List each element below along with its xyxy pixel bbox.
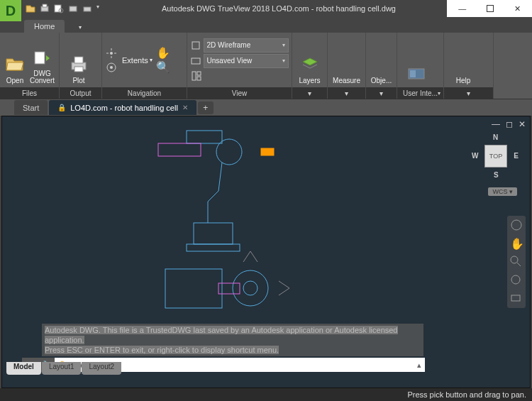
ribbon-tab-home[interactable]: Home (24, 20, 65, 33)
svg-rect-8 (74, 57, 83, 63)
panel-title-output[interactable]: Output (60, 87, 101, 99)
open-button[interactable]: Open (3, 35, 27, 86)
qat-open-icon[interactable] (26, 4, 35, 13)
ribbon-tabs: Home (0, 17, 532, 33)
svg-point-31 (233, 270, 268, 306)
pan-icon[interactable] (105, 47, 118, 60)
qat-print-icon[interactable] (82, 4, 92, 13)
panel-title-object[interactable]: ▾ (366, 87, 397, 99)
svg-point-32 (243, 281, 257, 295)
plot-button[interactable]: Plot (62, 35, 95, 86)
wcs-label[interactable]: WCS ▾ (488, 187, 517, 196)
svg-rect-16 (197, 72, 201, 75)
svg-rect-19 (410, 70, 416, 77)
svg-point-26 (216, 139, 242, 165)
nav-showmotion-icon[interactable] (510, 292, 523, 305)
maximize-button[interactable] (487, 5, 494, 12)
qat-dropdown-icon[interactable]: ▾ (96, 4, 106, 13)
svg-rect-15 (192, 72, 196, 80)
svg-rect-6 (35, 52, 45, 64)
lock-icon: 🔒 (57, 104, 66, 111)
orbit-icon[interactable] (105, 61, 118, 74)
drawing-content (151, 123, 364, 322)
ribbon-tab-flyout[interactable] (66, 20, 92, 33)
svg-rect-27 (194, 223, 233, 244)
svg-rect-14 (192, 58, 200, 64)
nav-zoom-icon[interactable] (510, 256, 523, 268)
viewcube[interactable]: N S E W TOP (475, 135, 517, 177)
panel-title-measure[interactable]: ▾ (328, 87, 365, 99)
status-bar: Press pick button and drag to pan. (0, 388, 532, 401)
visual-style-value: 2D Wireframe (207, 41, 251, 49)
minimize-button[interactable]: — (458, 4, 466, 13)
zoom-icon[interactable]: 🔍 (157, 61, 170, 74)
ribbon: Open DWG Convert Files Plot Output Exten… (0, 33, 532, 99)
command-history: Autodesk DWG. This file is a TrustedDWG … (42, 324, 423, 356)
named-view-value: Unsaved View (207, 57, 253, 65)
qat-preview-icon[interactable] (54, 4, 64, 13)
close-button[interactable]: ✕ (514, 4, 521, 13)
viewcube-w[interactable]: W (472, 152, 478, 160)
object-label: Obje... (371, 77, 392, 84)
extents-label: Extents (122, 56, 148, 65)
panel-title-help[interactable]: ▾ (444, 87, 493, 99)
printer-icon (69, 54, 89, 74)
layout-tab-1[interactable]: Layout1 (42, 362, 82, 375)
visual-style-combo[interactable]: 2D Wireframe (204, 38, 289, 53)
panel-title-view[interactable]: View (187, 87, 292, 99)
nav-bar: ✋ (507, 216, 526, 308)
svg-rect-25 (158, 143, 201, 156)
dwg-convert-button[interactable]: DWG Convert (28, 35, 56, 86)
history-line-2: Press ESC or ENTER to exit, or right-cli… (45, 346, 279, 354)
viewcube-s[interactable]: S (494, 171, 499, 179)
tab-file[interactable]: 🔒 LO4D.com - robot handling cell ✕ (49, 100, 196, 115)
vp-maximize-icon[interactable]: ◻ (506, 119, 513, 129)
file-tabs: Start 🔒 LO4D.com - robot handling cell ✕… (0, 99, 532, 116)
help-button[interactable]: Help (447, 35, 480, 86)
vp-minimize-icon[interactable]: — (492, 119, 500, 129)
panel-title-navigation: Navigation (102, 87, 187, 99)
named-view-icon (190, 55, 202, 67)
viewcube-e[interactable]: E (514, 152, 519, 160)
viewcube-top[interactable]: TOP (484, 145, 507, 167)
qat-plot-icon[interactable] (40, 4, 50, 13)
tab-start[interactable]: Start (14, 100, 48, 115)
panel-title-ui[interactable]: User Inte...▾ (397, 87, 443, 99)
command-dropdown-icon[interactable]: ▴ (414, 361, 425, 370)
nav-orbit-icon[interactable] (510, 274, 523, 287)
viewcube-n[interactable]: N (493, 133, 498, 141)
svg-rect-29 (261, 148, 274, 155)
svg-point-20 (511, 220, 521, 230)
qat-publish-icon[interactable] (68, 4, 78, 13)
plot-label: Plot (72, 77, 84, 84)
layout-tab-model[interactable]: Model (6, 362, 41, 375)
app-logo[interactable]: D (0, 0, 21, 21)
svg-rect-30 (165, 269, 222, 308)
measure-button[interactable]: Measure (331, 35, 362, 86)
svg-rect-23 (511, 295, 520, 301)
named-view-combo[interactable]: Unsaved View (204, 54, 289, 68)
nav-wheel-icon[interactable] (510, 219, 523, 231)
tab-close-icon[interactable]: ✕ (182, 104, 188, 111)
viewport-icon[interactable] (190, 70, 203, 82)
titlebar: D ▾ Autodesk DWG TrueView 2018 LO4D.com … (0, 0, 532, 17)
svg-rect-1 (43, 4, 47, 7)
status-message: Press pick button and drag to pan. (407, 390, 526, 399)
user-interface-button[interactable] (400, 35, 433, 86)
nav-pan-icon[interactable]: ✋ (510, 237, 523, 250)
hand-icon[interactable]: ✋ (157, 47, 170, 60)
svg-rect-5 (84, 7, 91, 11)
extents-button[interactable]: Extents ▾ (122, 56, 153, 65)
svg-point-10 (110, 52, 113, 55)
layout-tabs: Model Layout1 Layout2 (6, 362, 122, 375)
convert-label: DWG Convert (30, 70, 55, 84)
layers-button[interactable]: Layers (295, 35, 324, 86)
panel-title-layers[interactable]: ▾ (292, 87, 327, 99)
drawing-canvas[interactable]: — ◻ ✕ N S E W TOP WCS ▾ ✋ (1, 116, 531, 388)
layout-tab-2[interactable]: Layout2 (82, 362, 121, 375)
object-button[interactable]: Obje... (369, 35, 394, 86)
vp-close-icon[interactable]: ✕ (519, 119, 526, 129)
svg-rect-4 (70, 6, 77, 11)
viewport-controls: — ◻ ✕ (492, 119, 526, 129)
tab-add-button[interactable]: + (198, 101, 214, 114)
